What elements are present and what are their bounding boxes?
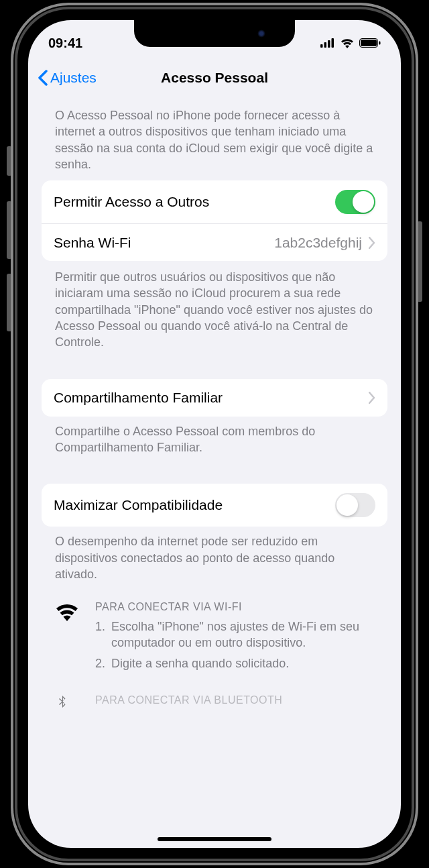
row-max-compat[interactable]: Maximizar Compatibilidade <box>42 484 387 527</box>
chevron-left-icon <box>38 70 48 86</box>
page-title: Acesso Pessoal <box>161 70 268 86</box>
wifi-instructions-title: PARA CONECTAR VIA WI-FI <box>95 601 374 613</box>
status-time: 09:41 <box>48 36 82 51</box>
chevron-right-icon <box>369 237 375 249</box>
group-main: Permitir Acesso a Outros Senha Wi-Fi 1ab… <box>42 180 387 261</box>
row-label: Maximizar Compatibilidade <box>54 497 335 513</box>
section-footer-maxcompat: O desempenho da internet pode ser reduzi… <box>42 527 387 588</box>
bluetooth-instructions: PARA CONECTAR VIA BLUETOOTH <box>42 675 387 712</box>
section-header-intro: O Acesso Pessoal no iPhone pode fornecer… <box>42 97 387 180</box>
nav-bar: Ajustes Acesso Pessoal <box>28 59 401 97</box>
row-allow-others[interactable]: Permitir Acesso a Outros <box>42 180 387 223</box>
back-button[interactable]: Ajustes <box>38 70 97 86</box>
home-indicator[interactable] <box>158 837 271 841</box>
row-label: Senha Wi-Fi <box>54 235 274 251</box>
row-wifi-password[interactable]: Senha Wi-Fi 1ab2c3defghij <box>42 223 387 261</box>
section-footer-allow: Permitir que outros usuários ou disposit… <box>42 261 387 356</box>
bt-instructions-title: PARA CONECTAR VIA BLUETOOTH <box>95 694 374 706</box>
status-icons <box>320 38 381 48</box>
wifi-step-1: 1.Escolha "iPhone" nos ajustes de Wi-Fi … <box>95 618 374 651</box>
back-label: Ajustes <box>50 70 97 86</box>
chevron-right-icon <box>369 392 375 404</box>
row-family-sharing[interactable]: Compartilhamento Familiar <box>42 379 387 417</box>
wifi-icon <box>340 38 355 48</box>
row-label: Permitir Acesso a Outros <box>54 194 335 210</box>
toggle-allow-others[interactable] <box>335 190 375 214</box>
svg-rect-5 <box>361 40 377 46</box>
row-label: Compartilhamento Familiar <box>54 390 369 406</box>
cellular-icon <box>320 38 335 48</box>
section-footer-family: Compartilhe o Acesso Pessoal com membros… <box>42 417 387 462</box>
svg-rect-6 <box>379 42 381 45</box>
wifi-instructions: PARA CONECTAR VIA WI-FI 1.Escolha "iPhon… <box>42 588 387 675</box>
group-family: Compartilhamento Familiar <box>42 379 387 417</box>
bluetooth-icon <box>55 696 70 708</box>
svg-rect-0 <box>320 44 323 48</box>
svg-rect-3 <box>332 38 334 48</box>
svg-rect-1 <box>324 42 327 48</box>
wifi-password-value: 1ab2c3defghij <box>274 235 362 251</box>
wifi-icon <box>55 602 79 621</box>
toggle-max-compat[interactable] <box>335 493 375 517</box>
group-maxcompat: Maximizar Compatibilidade <box>42 484 387 527</box>
wifi-step-2: 2.Digite a senha quando solicitado. <box>95 655 374 671</box>
svg-rect-2 <box>328 40 330 48</box>
battery-icon <box>359 38 381 48</box>
